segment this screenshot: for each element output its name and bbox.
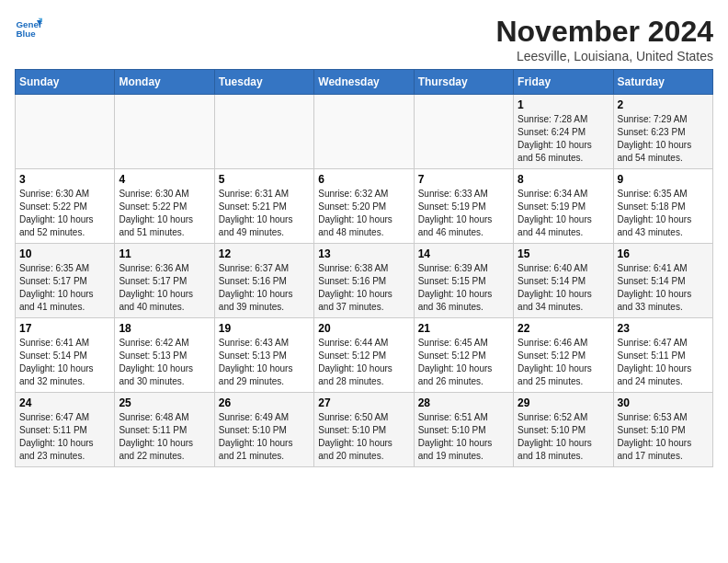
day-number: 15 xyxy=(518,247,609,260)
svg-text:Blue: Blue xyxy=(17,29,37,39)
day-number: 7 xyxy=(418,173,509,186)
day-info: Sunrise: 6:41 AM Sunset: 5:14 PM Dayligh… xyxy=(19,337,110,388)
day-number: 20 xyxy=(318,322,409,335)
day-number: 11 xyxy=(119,247,210,260)
calendar-cell: 29Sunrise: 6:52 AM Sunset: 5:10 PM Dayli… xyxy=(514,393,613,467)
title-area: November 2024 Leesville, Louisiana, Unit… xyxy=(495,15,713,63)
day-info: Sunrise: 6:40 AM Sunset: 5:14 PM Dayligh… xyxy=(518,262,609,314)
calendar-cell: 8Sunrise: 6:34 AM Sunset: 5:19 PM Daylig… xyxy=(514,169,613,244)
day-info: Sunrise: 6:51 AM Sunset: 5:10 PM Dayligh… xyxy=(418,411,509,463)
calendar-cell: 4Sunrise: 6:30 AM Sunset: 5:22 PM Daylig… xyxy=(115,169,214,244)
calendar-cell: 5Sunrise: 6:31 AM Sunset: 5:21 PM Daylig… xyxy=(214,169,313,244)
day-number: 5 xyxy=(219,173,310,186)
day-info: Sunrise: 6:53 AM Sunset: 5:10 PM Dayligh… xyxy=(618,411,709,463)
day-number: 8 xyxy=(518,173,609,186)
calendar-cell: 13Sunrise: 6:38 AM Sunset: 5:16 PM Dayli… xyxy=(314,244,414,318)
day-info: Sunrise: 7:29 AM Sunset: 6:23 PM Dayligh… xyxy=(618,113,709,165)
day-info: Sunrise: 6:48 AM Sunset: 5:11 PM Dayligh… xyxy=(119,411,210,463)
day-info: Sunrise: 7:28 AM Sunset: 6:24 PM Dayligh… xyxy=(518,113,609,165)
day-info: Sunrise: 6:43 AM Sunset: 5:13 PM Dayligh… xyxy=(219,337,310,388)
day-number: 29 xyxy=(518,396,609,409)
day-number: 25 xyxy=(119,396,210,409)
day-info: Sunrise: 6:47 AM Sunset: 5:11 PM Dayligh… xyxy=(618,337,709,388)
calendar-cell xyxy=(214,95,313,169)
day-number: 22 xyxy=(518,322,609,335)
day-info: Sunrise: 6:30 AM Sunset: 5:22 PM Dayligh… xyxy=(119,188,210,239)
calendar-cell: 7Sunrise: 6:33 AM Sunset: 5:19 PM Daylig… xyxy=(414,169,513,244)
calendar-cell: 19Sunrise: 6:43 AM Sunset: 5:13 PM Dayli… xyxy=(214,318,313,393)
day-number: 21 xyxy=(418,322,509,335)
calendar-cell: 6Sunrise: 6:32 AM Sunset: 5:20 PM Daylig… xyxy=(314,169,414,244)
calendar-cell: 27Sunrise: 6:50 AM Sunset: 5:10 PM Dayli… xyxy=(314,393,414,467)
day-info: Sunrise: 6:39 AM Sunset: 5:15 PM Dayligh… xyxy=(418,262,509,314)
calendar-table: SundayMondayTuesdayWednesdayThursdayFrid… xyxy=(15,69,713,467)
calendar-cell: 25Sunrise: 6:48 AM Sunset: 5:11 PM Dayli… xyxy=(115,393,214,467)
calendar-cell: 1Sunrise: 7:28 AM Sunset: 6:24 PM Daylig… xyxy=(514,95,613,169)
month-title: November 2024 xyxy=(495,15,713,49)
logo: General Blue xyxy=(15,15,42,42)
calendar-week-row: 17Sunrise: 6:41 AM Sunset: 5:14 PM Dayli… xyxy=(16,318,713,393)
calendar-cell: 2Sunrise: 7:29 AM Sunset: 6:23 PM Daylig… xyxy=(613,95,712,169)
calendar-cell: 17Sunrise: 6:41 AM Sunset: 5:14 PM Dayli… xyxy=(16,318,115,393)
day-info: Sunrise: 6:50 AM Sunset: 5:10 PM Dayligh… xyxy=(318,411,409,463)
day-number: 9 xyxy=(618,173,709,186)
calendar-cell: 23Sunrise: 6:47 AM Sunset: 5:11 PM Dayli… xyxy=(613,318,712,393)
calendar-cell xyxy=(115,95,214,169)
calendar-cell xyxy=(414,95,513,169)
calendar-cell: 14Sunrise: 6:39 AM Sunset: 5:15 PM Dayli… xyxy=(414,244,513,318)
day-number: 27 xyxy=(318,396,409,409)
day-info: Sunrise: 6:42 AM Sunset: 5:13 PM Dayligh… xyxy=(119,337,210,388)
day-header: Sunday xyxy=(16,70,115,95)
day-number: 16 xyxy=(618,247,709,260)
day-number: 18 xyxy=(119,322,210,335)
day-info: Sunrise: 6:34 AM Sunset: 5:19 PM Dayligh… xyxy=(518,188,609,239)
day-info: Sunrise: 6:33 AM Sunset: 5:19 PM Dayligh… xyxy=(418,188,509,239)
day-number: 2 xyxy=(618,98,709,111)
day-number: 26 xyxy=(219,396,310,409)
day-info: Sunrise: 6:52 AM Sunset: 5:10 PM Dayligh… xyxy=(518,411,609,463)
day-header: Thursday xyxy=(414,70,513,95)
day-number: 13 xyxy=(318,247,409,260)
calendar-cell xyxy=(314,95,414,169)
day-number: 14 xyxy=(418,247,509,260)
day-number: 12 xyxy=(219,247,310,260)
day-number: 6 xyxy=(318,173,409,186)
header: General Blue November 2024 Leesville, Lo… xyxy=(15,15,713,63)
calendar-cell: 11Sunrise: 6:36 AM Sunset: 5:17 PM Dayli… xyxy=(115,244,214,318)
day-info: Sunrise: 6:30 AM Sunset: 5:22 PM Dayligh… xyxy=(19,188,110,239)
day-number: 23 xyxy=(618,322,709,335)
calendar-cell: 3Sunrise: 6:30 AM Sunset: 5:22 PM Daylig… xyxy=(16,169,115,244)
day-info: Sunrise: 6:41 AM Sunset: 5:14 PM Dayligh… xyxy=(618,262,709,314)
day-info: Sunrise: 6:35 AM Sunset: 5:18 PM Dayligh… xyxy=(618,188,709,239)
day-number: 10 xyxy=(19,247,110,260)
day-info: Sunrise: 6:31 AM Sunset: 5:21 PM Dayligh… xyxy=(219,188,310,239)
day-number: 4 xyxy=(119,173,210,186)
day-info: Sunrise: 6:44 AM Sunset: 5:12 PM Dayligh… xyxy=(318,337,409,388)
logo-icon: General Blue xyxy=(15,15,42,42)
day-info: Sunrise: 6:49 AM Sunset: 5:10 PM Dayligh… xyxy=(219,411,310,463)
calendar-cell: 28Sunrise: 6:51 AM Sunset: 5:10 PM Dayli… xyxy=(414,393,513,467)
calendar-cell xyxy=(16,95,115,169)
day-number: 30 xyxy=(618,396,709,409)
day-number: 1 xyxy=(518,98,609,111)
day-number: 3 xyxy=(19,173,110,186)
calendar-header-row: SundayMondayTuesdayWednesdayThursdayFrid… xyxy=(16,70,713,95)
calendar-cell: 18Sunrise: 6:42 AM Sunset: 5:13 PM Dayli… xyxy=(115,318,214,393)
day-info: Sunrise: 6:35 AM Sunset: 5:17 PM Dayligh… xyxy=(19,262,110,314)
location: Leesville, Louisiana, United States xyxy=(495,49,713,63)
day-info: Sunrise: 6:32 AM Sunset: 5:20 PM Dayligh… xyxy=(318,188,409,239)
day-header: Monday xyxy=(115,70,214,95)
calendar-cell: 12Sunrise: 6:37 AM Sunset: 5:16 PM Dayli… xyxy=(214,244,313,318)
day-info: Sunrise: 6:45 AM Sunset: 5:12 PM Dayligh… xyxy=(418,337,509,388)
day-header: Friday xyxy=(514,70,613,95)
day-number: 24 xyxy=(19,396,110,409)
calendar-body: 1Sunrise: 7:28 AM Sunset: 6:24 PM Daylig… xyxy=(16,95,713,467)
day-info: Sunrise: 6:47 AM Sunset: 5:11 PM Dayligh… xyxy=(19,411,110,463)
calendar-cell: 30Sunrise: 6:53 AM Sunset: 5:10 PM Dayli… xyxy=(613,393,712,467)
calendar-cell: 16Sunrise: 6:41 AM Sunset: 5:14 PM Dayli… xyxy=(613,244,712,318)
calendar-cell: 22Sunrise: 6:46 AM Sunset: 5:12 PM Dayli… xyxy=(514,318,613,393)
day-info: Sunrise: 6:37 AM Sunset: 5:16 PM Dayligh… xyxy=(219,262,310,314)
calendar-cell: 15Sunrise: 6:40 AM Sunset: 5:14 PM Dayli… xyxy=(514,244,613,318)
day-header: Saturday xyxy=(613,70,712,95)
day-info: Sunrise: 6:46 AM Sunset: 5:12 PM Dayligh… xyxy=(518,337,609,388)
